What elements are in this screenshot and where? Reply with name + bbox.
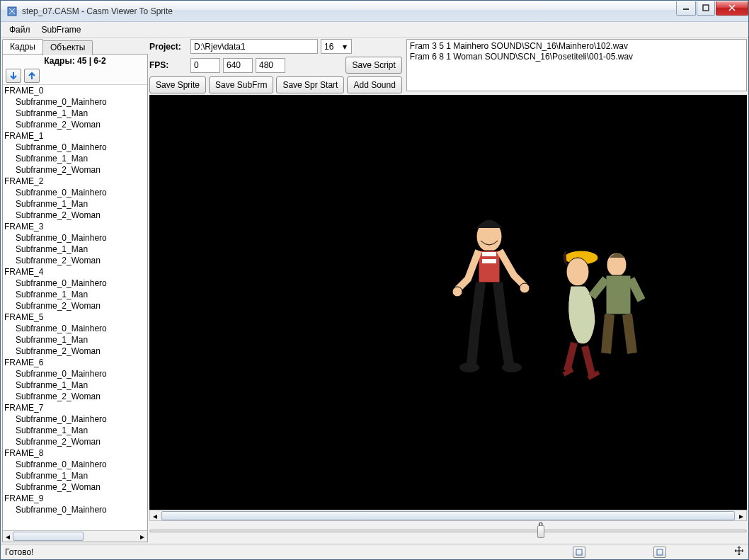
tree-subframe[interactable]: Subfranme_0_Mainhero: [3, 278, 147, 289]
tree-frame[interactable]: FRAME_5: [3, 312, 147, 323]
app-icon: [6, 6, 18, 17]
fps-label: FPS:: [149, 60, 188, 70]
tree-frame[interactable]: FRAME_2: [3, 176, 147, 187]
tree-subframe[interactable]: Subfranme_0_Mainhero: [3, 187, 147, 198]
tree-subframe[interactable]: Subfranme_1_Man: [3, 425, 147, 436]
svg-rect-10: [482, 259, 496, 263]
sprite-couple: [539, 236, 666, 392]
slider-thumb[interactable]: [537, 525, 544, 538]
tree-subframe[interactable]: Subfranme_1_Man: [3, 289, 147, 300]
tab-objects[interactable]: Объекты: [42, 40, 93, 55]
tree-subframe[interactable]: Subfranme_2_Woman: [3, 481, 147, 493]
controls-left: Project: 16 ▾ FPS: Save Script: [149, 39, 402, 93]
window-controls: [675, 1, 748, 16]
tree-subframe[interactable]: Subfranme_2_Woman: [3, 119, 147, 130]
tree-subframe[interactable]: Subfranme_0_Mainhero: [3, 413, 147, 425]
titlebar[interactable]: step_07.CASM - Casm Viewer To Sprite: [1, 1, 748, 22]
tree-frame[interactable]: FRAME_8: [3, 447, 147, 459]
viewer-scroll-thumb[interactable]: [161, 511, 735, 520]
project-label: Project:: [149, 42, 188, 52]
tree-frame[interactable]: FRAME_4: [3, 266, 147, 278]
tree-frame[interactable]: FRAME_9: [3, 493, 147, 504]
minimize-button[interactable]: [676, 1, 696, 16]
scroll-thumb[interactable]: [13, 532, 84, 541]
svg-rect-9: [482, 252, 496, 256]
tree-subframe[interactable]: Subfranme_0_Mainhero: [3, 323, 147, 334]
viewer-scroll-right-icon[interactable]: ▸: [736, 510, 746, 521]
sprite-viewer[interactable]: [149, 95, 747, 510]
tree-frame[interactable]: FRAME_6: [3, 357, 147, 368]
frame-slider[interactable]: [149, 530, 747, 532]
svg-point-12: [566, 258, 589, 286]
tree-subframe[interactable]: Subfranme_1_Man: [3, 379, 147, 391]
tab-frames[interactable]: Кадры: [2, 39, 43, 54]
tree-subframe[interactable]: Subfranme_1_Man: [3, 334, 147, 345]
window-title: step_07.CASM - Casm Viewer To Sprite: [22, 6, 675, 16]
move-icon[interactable]: [734, 546, 744, 558]
top-controls: Project: 16 ▾ FPS: Save Script: [149, 39, 747, 93]
tree-subframe[interactable]: Subfranme_1_Man: [3, 244, 147, 255]
tree-subframe[interactable]: Subfranme_0_Mainhero: [3, 232, 147, 244]
status-icon-1[interactable]: [573, 547, 585, 558]
tree-subframe[interactable]: Subfranme_0_Mainhero: [3, 368, 147, 379]
svg-rect-16: [657, 549, 663, 555]
tree-subframe[interactable]: Subfranme_1_Man: [3, 108, 147, 119]
arrow-up-icon: [28, 72, 36, 80]
tree-subframe[interactable]: Subfranme_2_Woman: [3, 345, 147, 357]
project-path-input[interactable]: [190, 39, 318, 54]
svg-rect-2: [703, 5, 709, 11]
tree-subframe[interactable]: Subfranme_2_Woman: [3, 210, 147, 221]
save-spr-start-button[interactable]: Save Spr Start: [276, 76, 344, 93]
save-subfrm-button[interactable]: Save SubFrm: [209, 76, 273, 93]
arrow-down-button[interactable]: [6, 69, 21, 83]
tree-subframe[interactable]: Subfranme_2_Woman: [3, 391, 147, 402]
close-button[interactable]: [716, 1, 748, 16]
svg-point-7: [459, 362, 479, 372]
svg-point-6: [520, 283, 530, 293]
tree-subframe[interactable]: Subfranme_2_Woman: [3, 300, 147, 312]
tree-subframe[interactable]: Subfranme_2_Woman: [3, 255, 147, 266]
scroll-left-icon[interactable]: ◂: [3, 531, 13, 542]
svg-rect-14: [606, 275, 631, 314]
viewer-wrap: ◂ ▸ 8: [149, 95, 747, 542]
scene-dropdown[interactable]: 16 ▾: [321, 39, 352, 54]
frame-slider-row: 8: [149, 521, 747, 542]
tree-frame[interactable]: FRAME_0: [3, 85, 147, 96]
status-icon-2[interactable]: [653, 547, 666, 558]
svg-rect-15: [576, 549, 582, 555]
arrow-up-button[interactable]: [24, 69, 40, 83]
menu-subframe[interactable]: SubFrame: [36, 23, 87, 36]
log-textbox[interactable]: Fram 3 5 1 Mainhero SOUND\SCN_16\Mainher…: [406, 39, 747, 91]
tree-subframe[interactable]: Subfranme_1_Man: [3, 198, 147, 210]
tree-frame[interactable]: FRAME_1: [3, 130, 147, 142]
left-panel: Кадры Объекты Кадры: 45 | 6-2 FRAME_0Sub…: [2, 39, 148, 542]
fps-input[interactable]: [190, 58, 220, 73]
tree-subframe[interactable]: Subfranme_0_Mainhero: [3, 96, 147, 108]
height-input[interactable]: [256, 58, 285, 73]
svg-point-8: [502, 362, 522, 372]
tree-frame[interactable]: FRAME_3: [3, 221, 147, 232]
tree-h-scrollbar[interactable]: ◂ ▸: [3, 530, 147, 542]
tree-subframe[interactable]: Subfranme_0_Mainhero: [3, 142, 147, 153]
save-script-button[interactable]: Save Script: [345, 57, 401, 74]
tree-subframe[interactable]: Subfranme_0_Mainhero: [3, 459, 147, 470]
content-area: Кадры Объекты Кадры: 45 | 6-2 FRAME_0Sub…: [1, 38, 748, 544]
tree-subframe[interactable]: Subfranme_1_Man: [3, 153, 147, 164]
viewer-scroll-left-icon[interactable]: ◂: [150, 510, 160, 521]
save-sprite-button[interactable]: Save Sprite: [149, 76, 206, 93]
frame-tree[interactable]: FRAME_0Subfranme_0_MainheroSubfranme_1_M…: [3, 84, 147, 530]
tree-subframe[interactable]: Subfranme_1_Man: [3, 470, 147, 481]
scene-value: 16: [324, 42, 333, 52]
add-sound-button[interactable]: Add Sound: [347, 76, 401, 93]
menu-file[interactable]: Файл: [4, 23, 36, 36]
maximize-button[interactable]: [697, 1, 715, 16]
tree-subframe[interactable]: Subfranme_0_Mainhero: [3, 504, 147, 515]
width-input[interactable]: [223, 58, 253, 73]
tree-subframe[interactable]: Subfranme_2_Woman: [3, 164, 147, 176]
right-panel: Project: 16 ▾ FPS: Save Script: [149, 39, 747, 542]
tree-subframe[interactable]: Subfranme_2_Woman: [3, 436, 147, 447]
scroll-right-icon[interactable]: ▸: [137, 531, 147, 542]
slider-value-label: 8: [149, 521, 747, 530]
tree-frame[interactable]: FRAME_7: [3, 402, 147, 413]
viewer-h-scrollbar[interactable]: ◂ ▸: [149, 510, 747, 521]
